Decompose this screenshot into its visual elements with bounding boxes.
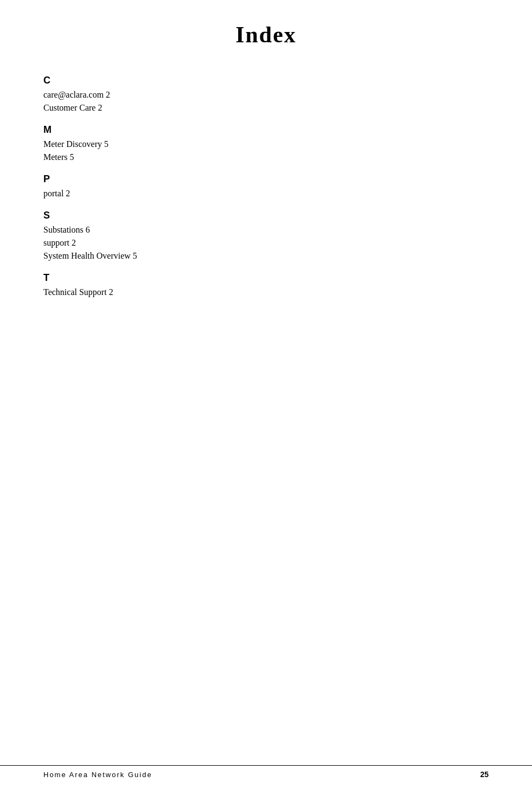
index-section-s: SSubstations 6support 2System Health Ove…: [43, 210, 489, 262]
index-entry: Meter Discovery 5: [43, 138, 489, 151]
index-content: Ccare@aclara.com 2Customer Care 2MMeter …: [43, 75, 489, 299]
page-number: 25: [480, 770, 489, 779]
page-footer: Home Area Network Guide 25: [0, 765, 532, 779]
index-section-p: Pportal 2: [43, 174, 489, 200]
index-entry: Customer Care 2: [43, 101, 489, 114]
page-container: Index Ccare@aclara.com 2Customer Care 2M…: [0, 0, 532, 795]
index-entry: Technical Support 2: [43, 286, 489, 299]
index-entry: care@aclara.com 2: [43, 88, 489, 101]
footer-title: Home Area Network Guide: [43, 771, 152, 779]
index-section-c: Ccare@aclara.com 2Customer Care 2: [43, 75, 489, 114]
index-entry: support 2: [43, 236, 489, 249]
section-letter-m: M: [43, 124, 489, 136]
index-entry: portal 2: [43, 187, 489, 200]
section-letter-c: C: [43, 75, 489, 86]
section-letter-s: S: [43, 210, 489, 221]
section-letter-t: T: [43, 272, 489, 284]
index-section-t: TTechnical Support 2: [43, 272, 489, 299]
index-entry: Substations 6: [43, 223, 489, 236]
index-entry: System Health Overview 5: [43, 249, 489, 262]
index-section-m: MMeter Discovery 5Meters 5: [43, 124, 489, 164]
section-letter-p: P: [43, 174, 489, 185]
page-title: Index: [43, 22, 489, 48]
index-entry: Meters 5: [43, 151, 489, 164]
